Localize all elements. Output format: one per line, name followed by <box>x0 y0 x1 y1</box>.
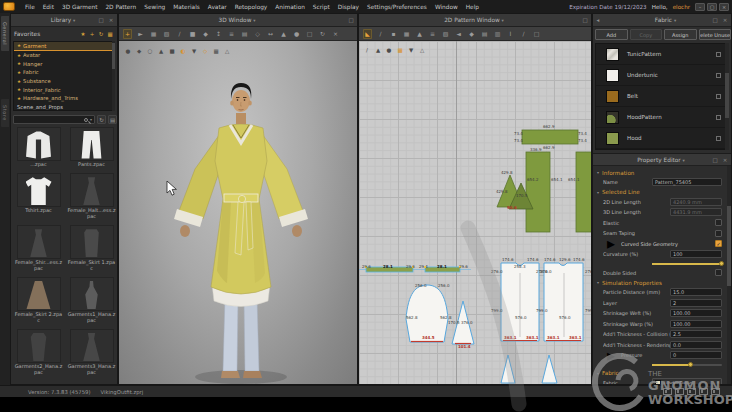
side-tab-general[interactable]: General <box>1 16 9 51</box>
favorite-avatar[interactable]: ★Avatar <box>14 51 112 60</box>
menu-window[interactable]: Window <box>431 0 462 13</box>
show-pressure-icon[interactable]: ◐ <box>179 46 187 55</box>
pattern-body-back[interactable] <box>544 263 583 341</box>
fabric-badge-icon[interactable] <box>716 136 721 141</box>
pattern-hood-piece-2[interactable] <box>576 152 591 232</box>
delete-unused-button[interactable]: Delete Unused <box>699 29 732 40</box>
favorite-scene-and-props[interactable]: Scene_and_Props <box>14 103 112 111</box>
favorite-star-icon[interactable]: ★ <box>79 30 87 38</box>
pattern-gusset-bottom-2[interactable] <box>542 355 557 383</box>
add-button[interactable]: Add <box>595 29 628 40</box>
select-mesh-icon[interactable]: ▦ <box>149 29 158 39</box>
library-item[interactable]: Female_Halt...ess.zpac <box>66 173 117 223</box>
pattern-hood-piece-1[interactable] <box>526 152 550 232</box>
layout-preset-icon-5[interactable] <box>711 388 720 395</box>
show-stitches-icon[interactable]: ▼ <box>190 46 198 55</box>
library-item[interactable]: Female_Skirt 1.zpac <box>66 225 117 275</box>
maximize-button[interactable]: ▢ <box>707 3 717 11</box>
polygon-tool-icon[interactable]: ▦ <box>402 29 411 39</box>
add-point-icon[interactable]: ▪ <box>389 29 398 39</box>
tab-3d-window[interactable]: 3D Window ▾ <box>119 17 357 23</box>
fabric-row-hood[interactable]: Hood <box>596 128 726 149</box>
search-input[interactable]: ▾ <box>13 115 95 124</box>
trace-tool-icon[interactable]: ◄ <box>454 29 463 39</box>
collapse-panel-icon[interactable]: ◂ <box>594 16 602 24</box>
favorite-hanger[interactable]: ★Hanger <box>14 59 112 68</box>
menu-sewing[interactable]: Sewing <box>140 0 169 13</box>
select-tool-icon[interactable]: ► <box>136 29 145 39</box>
library-item[interactable]: Female_Shir...ess.zpac <box>13 225 64 275</box>
flatten-tool-icon[interactable]: ≡ <box>227 29 236 39</box>
fabric-row-undertunic[interactable]: Undertunic <box>596 65 726 86</box>
section-information[interactable]: ▾Information <box>593 168 726 177</box>
minimize-button[interactable]: – <box>695 3 705 11</box>
pin-tool-icon[interactable]: ∕ <box>175 29 184 39</box>
assign-button[interactable]: Assign <box>664 29 697 40</box>
prop-input-particle-distance-mm[interactable]: 15.0 <box>670 288 722 296</box>
pen-view-icon[interactable]: ∕ <box>363 45 371 54</box>
seam-tool-icon[interactable]: ≡ <box>428 29 437 39</box>
favorite-interior-fabric[interactable]: ★Interior_Fabric <box>14 85 112 94</box>
tab-2d-pattern-window[interactable]: 2D Pattern Window ▾ <box>359 17 591 23</box>
section-selected-line[interactable]: ▾Selected Line <box>593 188 726 197</box>
prop-input-shrinkage-warp[interactable]: 100.00 <box>670 320 722 328</box>
float-panel-icon[interactable]: □ <box>711 16 719 24</box>
menu-settings-preferences[interactable]: Settings/Preferences <box>363 0 431 13</box>
tape-tool-icon[interactable]: ▤ <box>240 29 249 39</box>
texture-editor-icon[interactable]: ▧ <box>441 29 450 39</box>
add-favorite-icon[interactable]: + <box>88 30 96 38</box>
slider-knob[interactable] <box>719 261 724 266</box>
fabric-row-hoodpattern[interactable]: HoodPattern <box>596 107 726 128</box>
show-grid-icon[interactable]: ▦ <box>396 45 404 54</box>
pattern-collar-piece[interactable] <box>522 130 578 144</box>
checkbox-seam-taping[interactable] <box>715 230 722 237</box>
dropdown-fabric[interactable]: UnderTunic▾ <box>652 378 722 384</box>
close-icon[interactable]: × <box>721 156 729 164</box>
select-box-icon[interactable]: ▧ <box>162 29 171 39</box>
menu-script[interactable]: Script <box>309 0 334 13</box>
layout-preset-icon-3[interactable] <box>687 388 696 395</box>
library-item[interactable]: Garments2_Hana.zpac <box>13 329 64 379</box>
library-item[interactable]: ...zpac <box>13 127 64 171</box>
refresh-icon[interactable]: ↻ <box>97 30 105 38</box>
menu-materials[interactable]: Materials <box>169 0 204 13</box>
pattern-outline-icon[interactable]: ▲ <box>374 45 382 54</box>
fabric-row-tunicpattern[interactable]: TunicPattern <box>596 44 726 65</box>
menu-edit[interactable]: Edit <box>39 0 58 13</box>
arrangement-icon[interactable]: ■ <box>188 29 197 39</box>
menu-help[interactable]: Help <box>462 0 483 13</box>
menu-display[interactable]: Display <box>334 0 363 13</box>
menu-avatar[interactable]: Avatar <box>204 0 231 13</box>
show-baseline-icon[interactable]: △ <box>418 45 426 54</box>
pattern-sleeve-piece[interactable] <box>406 285 448 342</box>
show-arrangement-points-icon[interactable]: ▲ <box>157 46 165 55</box>
slider-pressure[interactable] <box>652 364 722 366</box>
3d-viewport[interactable]: ●◆○▲■◐▼◇▦△ <box>119 41 357 384</box>
favorite-fabric[interactable]: ★Fabric <box>14 68 112 77</box>
library-item[interactable]: Garments1_Hana.zpac <box>66 277 117 327</box>
library-refresh-icon[interactable]: ↻ <box>97 115 106 124</box>
dart-tool-icon[interactable]: ▲ <box>279 29 288 39</box>
zipper-tool-icon[interactable]: × <box>331 29 340 39</box>
favorites-scrollbar[interactable] <box>112 41 115 111</box>
grading-tool-icon[interactable]: □ <box>532 29 541 39</box>
fabric-badge-icon[interactable] <box>716 115 721 120</box>
button-tool-icon[interactable]: ● <box>292 29 301 39</box>
show-grid-icon[interactable]: ▦ <box>212 46 220 55</box>
prop-input-layer[interactable]: 2 <box>670 299 722 307</box>
prop-input-name[interactable]: Pattern_75405 <box>652 178 722 186</box>
slider-curvature[interactable] <box>652 263 722 265</box>
show-style-line-icon[interactable]: ◇ <box>201 46 209 55</box>
sewing-tool-icon[interactable]: ◆ <box>201 29 210 39</box>
prop-input-add-l-thickness-rendering-mm[interactable]: 0.0 <box>670 341 722 349</box>
close-icon[interactable]: × <box>721 16 729 24</box>
fabric-badge-icon[interactable] <box>716 94 721 99</box>
library-view-icon[interactable]: ▤ <box>108 115 117 124</box>
fabric-scrollbar[interactable] <box>725 43 729 150</box>
transform-pattern-icon[interactable]: ◣ <box>363 29 372 39</box>
menu-2d-pattern[interactable]: 2D Pattern <box>101 0 140 13</box>
favorite-substance[interactable]: ★Substance <box>14 77 112 86</box>
prop-input-shrinkage-weft[interactable]: 100.00 <box>670 309 722 317</box>
notch-tool-icon[interactable]: ∕ <box>519 29 528 39</box>
close-icon[interactable]: × <box>107 16 115 24</box>
